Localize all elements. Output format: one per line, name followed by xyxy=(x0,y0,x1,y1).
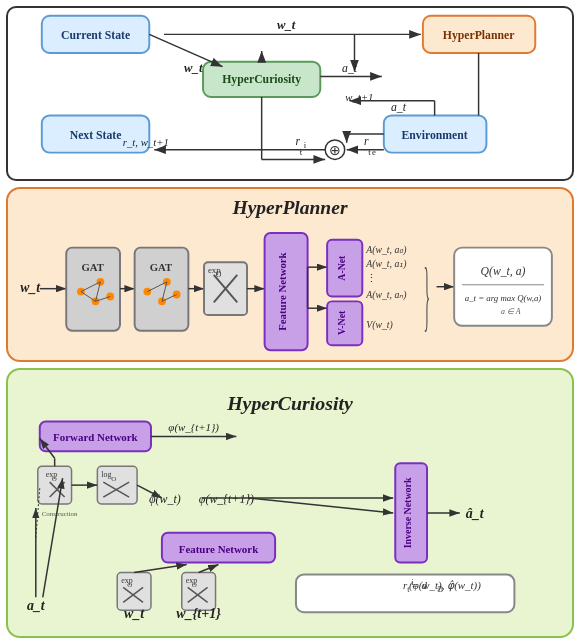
svg-text:i: i xyxy=(304,140,307,150)
svg-text:O: O xyxy=(216,270,222,279)
svg-text:a_t: a_t xyxy=(391,101,407,114)
svg-rect-2 xyxy=(42,115,149,152)
svg-text:GAT: GAT xyxy=(150,261,172,273)
svg-text:O: O xyxy=(127,581,132,589)
svg-text:Feature Network: Feature Network xyxy=(276,252,288,330)
svg-text:t: t xyxy=(300,147,303,157)
svg-text:φ(w_{t+1}): φ(w_{t+1}) xyxy=(199,492,254,506)
svg-rect-0 xyxy=(42,16,149,53)
svg-point-19 xyxy=(325,140,345,160)
svg-rect-4 xyxy=(203,62,320,97)
svg-text:t: t xyxy=(368,147,371,157)
svg-text:w_t+1: w_t+1 xyxy=(345,91,373,103)
svg-point-54 xyxy=(106,293,114,301)
svg-text:Construction: Construction xyxy=(42,510,78,518)
svg-text:HyperCuriosity: HyperCuriosity xyxy=(226,392,353,414)
svg-text:O: O xyxy=(52,475,57,483)
svg-text:Environment: Environment xyxy=(402,129,468,142)
svg-text:Q(w_t, a): Q(w_t, a) xyxy=(481,265,526,278)
svg-text:A(w_t, a₁): A(w_t, a₁) xyxy=(365,258,406,270)
svg-text:log: log xyxy=(101,470,111,479)
svg-text:w_t: w_t xyxy=(20,280,41,295)
svg-text:w_{t+1}: w_{t+1} xyxy=(176,606,221,621)
svg-text:HyperCuriosity: HyperCuriosity xyxy=(222,73,301,86)
svg-text:HyperPlanner: HyperPlanner xyxy=(231,197,347,218)
svg-text:a ∈ A: a ∈ A xyxy=(501,307,521,316)
svg-point-62 xyxy=(143,288,151,296)
svg-text:A-Net: A-Net xyxy=(336,255,347,281)
svg-text:}: } xyxy=(424,252,431,338)
svg-text:φ(w_{t+1}): φ(w_{t+1}) xyxy=(168,421,219,434)
middle-panel: HyperPlanner w_t GAT GAT xyxy=(6,187,574,362)
svg-text:V(w_t): V(w_t) xyxy=(366,319,393,331)
svg-rect-6 xyxy=(423,16,535,53)
svg-line-138 xyxy=(134,565,187,573)
svg-point-63 xyxy=(163,278,171,286)
svg-text:a_t: a_t xyxy=(27,598,46,613)
svg-text:w_t: w_t xyxy=(124,606,145,621)
svg-text:w_t: w_t xyxy=(184,61,203,75)
svg-text:A(w_t, a₀): A(w_t, a₀) xyxy=(365,244,406,256)
svg-point-52 xyxy=(97,278,105,286)
svg-line-139 xyxy=(199,565,219,573)
svg-text:Current State: Current State xyxy=(61,29,130,42)
svg-text:r: r xyxy=(296,135,301,148)
svg-text:w_t: w_t xyxy=(277,18,296,32)
svg-text:Next State: Next State xyxy=(70,129,122,142)
svg-text:⋮: ⋮ xyxy=(366,272,377,284)
svg-text:r: r xyxy=(364,135,369,148)
svg-text:GAT: GAT xyxy=(81,261,103,273)
svg-text:Forward Network: Forward Network xyxy=(53,431,138,443)
svg-text:Feature Network: Feature Network xyxy=(179,543,259,555)
svg-text:O: O xyxy=(111,475,116,483)
svg-text:a_t = arg max Q(w,a): a_t = arg max Q(w,a) xyxy=(465,293,541,303)
svg-text:V-Net: V-Net xyxy=(336,310,347,335)
svg-text:e: e xyxy=(372,147,376,157)
svg-text:(φ(w_t), φ̂(w_t)): (φ(w_t), φ̂(w_t)) xyxy=(409,579,481,592)
svg-line-37 xyxy=(149,34,222,66)
svg-text:r_t, w_t+1: r_t, w_t+1 xyxy=(123,136,169,148)
main-diagram: Current State Next State HyperCuriosity … xyxy=(0,0,580,644)
svg-text:â_t: â_t xyxy=(466,506,485,521)
bottom-panel: HyperCuriosity Forward Network φ(w_{t+1}… xyxy=(6,368,574,638)
svg-text:⊕: ⊕ xyxy=(329,143,341,158)
top-panel: Current State Next State HyperCuriosity … xyxy=(6,6,574,181)
svg-text:HyperPlanner: HyperPlanner xyxy=(443,29,515,42)
svg-text:a_t: a_t xyxy=(342,62,358,75)
svg-text:Inverse Network: Inverse Network xyxy=(402,477,413,548)
svg-rect-60 xyxy=(135,248,189,331)
svg-rect-8 xyxy=(384,115,487,152)
svg-line-122 xyxy=(248,498,393,513)
svg-text:O: O xyxy=(192,581,197,589)
svg-rect-49 xyxy=(66,248,120,331)
svg-text:A(w_t, aₙ): A(w_t, aₙ) xyxy=(365,289,406,301)
